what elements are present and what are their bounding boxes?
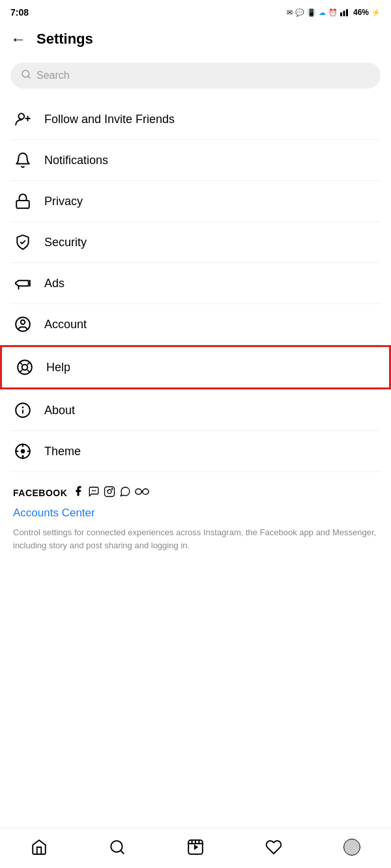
bottom-nav — [0, 828, 391, 868]
cloud-icon: ☁ — [319, 8, 326, 17]
search-nav-icon — [109, 839, 126, 856]
status-bar: 7:08 ✉ 💬 📳 ☁ ⏰ 46% ⚡ — [0, 0, 391, 23]
svg-point-31 — [143, 488, 149, 494]
heart-icon — [265, 839, 282, 856]
nav-profile[interactable] — [313, 839, 391, 856]
menu-item-about[interactable]: About — [0, 390, 391, 430]
svg-rect-2 — [346, 9, 348, 16]
bell-icon — [13, 150, 33, 170]
svg-rect-1 — [343, 11, 345, 17]
search-container: Search — [0, 55, 391, 99]
lifebuoy-icon — [15, 357, 35, 377]
svg-line-16 — [28, 362, 30, 364]
menu-item-help[interactable]: Help — [0, 345, 391, 389]
svg-point-28 — [108, 490, 111, 494]
nav-home[interactable] — [0, 839, 78, 856]
megaphone-icon — [13, 273, 33, 293]
theme-label: Theme — [44, 445, 81, 458]
page-title: Settings — [36, 31, 93, 48]
menu-item-notifications[interactable]: Notifications — [0, 140, 391, 180]
account-label: Account — [44, 318, 87, 331]
svg-point-5 — [19, 113, 25, 119]
svg-rect-0 — [340, 12, 342, 16]
accounts-center-description: Control settings for connected experienc… — [13, 526, 378, 552]
settings-list: Follow and Invite Friends Notifications … — [0, 99, 391, 602]
instagram-icon — [104, 486, 115, 500]
facebook-header: FACEBOOK — [13, 485, 378, 500]
svg-point-23 — [22, 455, 23, 457]
status-time: 7:08 — [10, 7, 29, 18]
security-label: Security — [44, 236, 87, 249]
svg-point-22 — [21, 449, 25, 454]
svg-line-4 — [28, 76, 30, 78]
facebook-section: FACEBOOK Accounts Cen — [0, 472, 391, 557]
back-button[interactable]: ← — [10, 30, 26, 48]
battery-bolt: ⚡ — [371, 8, 381, 17]
privacy-label: Privacy — [44, 195, 83, 208]
help-label: Help — [46, 361, 70, 374]
facebook-label: FACEBOOK — [13, 488, 67, 498]
svg-point-13 — [22, 365, 28, 371]
svg-rect-8 — [16, 201, 29, 208]
mail-icon: ✉ — [287, 8, 293, 17]
facebook-social-icons — [72, 485, 149, 500]
about-label: About — [44, 404, 75, 417]
alarm-icon: ⏰ — [328, 8, 338, 17]
vibrate-icon: 📳 — [307, 8, 316, 17]
search-placeholder-text: Search — [36, 70, 70, 81]
messenger-icon — [88, 486, 100, 500]
svg-line-15 — [28, 371, 30, 372]
palette-icon — [13, 441, 33, 461]
whatsapp-icon — [119, 486, 131, 500]
reels-icon — [187, 839, 204, 856]
nav-reels[interactable] — [156, 839, 235, 856]
info-circle-icon — [13, 400, 33, 420]
ads-label: Ads — [44, 277, 65, 290]
menu-item-security[interactable]: Security — [0, 222, 391, 262]
menu-item-privacy[interactable]: Privacy — [0, 181, 391, 221]
signal-icon — [340, 7, 351, 18]
facebook-f-icon — [72, 485, 84, 500]
person-circle-icon — [13, 315, 33, 334]
oculus-icon — [135, 487, 149, 499]
svg-rect-27 — [105, 486, 115, 496]
accounts-center-link[interactable]: Accounts Center — [13, 507, 378, 520]
svg-line-17 — [20, 371, 22, 372]
person-add-icon — [13, 109, 33, 129]
battery-text: 46% — [353, 8, 369, 17]
home-icon — [31, 839, 48, 856]
nav-likes[interactable] — [235, 839, 313, 856]
svg-point-30 — [136, 488, 141, 494]
header: ← Settings — [0, 23, 391, 55]
menu-item-account[interactable]: Account — [0, 304, 391, 344]
svg-line-34 — [121, 850, 124, 854]
search-icon — [21, 69, 31, 82]
search-bar[interactable]: Search — [10, 63, 381, 89]
menu-item-theme[interactable]: Theme — [0, 431, 391, 471]
status-icons: ✉ 💬 📳 ☁ ⏰ 46% ⚡ — [287, 7, 381, 18]
menu-item-follow-invite[interactable]: Follow and Invite Friends — [0, 99, 391, 139]
svg-line-14 — [20, 362, 22, 364]
profile-avatar — [343, 839, 360, 856]
follow-invite-label: Follow and Invite Friends — [44, 113, 175, 126]
lock-icon — [13, 191, 33, 211]
svg-marker-36 — [194, 844, 199, 850]
shield-check-icon — [13, 232, 33, 252]
nav-search[interactable] — [78, 839, 156, 856]
svg-point-11 — [21, 320, 25, 325]
whatsapp-icon: 💬 — [295, 8, 304, 17]
svg-point-29 — [112, 488, 113, 489]
notifications-label: Notifications — [44, 154, 108, 167]
menu-item-ads[interactable]: Ads — [0, 263, 391, 303]
